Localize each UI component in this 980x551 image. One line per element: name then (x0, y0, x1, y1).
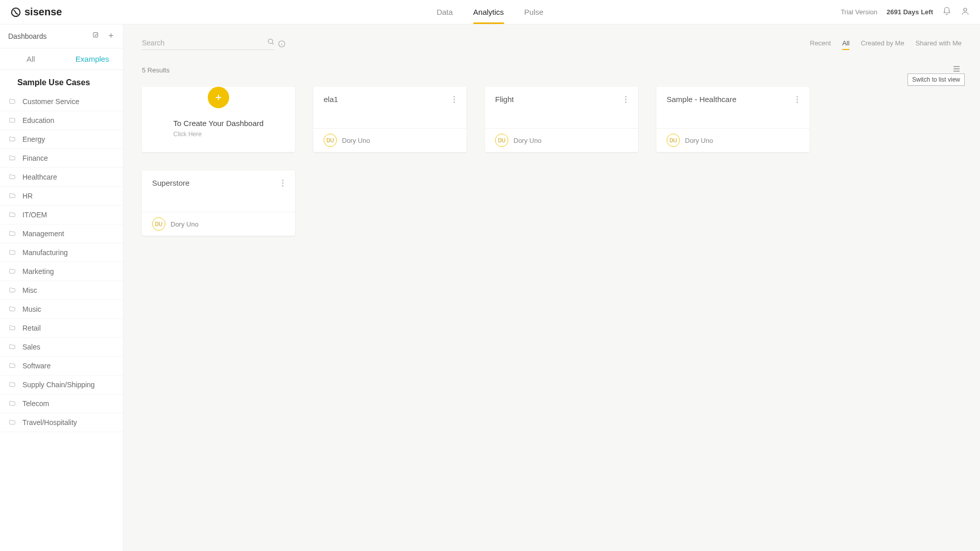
search-icon[interactable] (267, 38, 275, 47)
dashboard-card[interactable]: ela1DUDory Uno (313, 87, 467, 152)
search-input[interactable] (142, 39, 262, 47)
folder-icon (8, 230, 16, 237)
owner-avatar: DU (495, 134, 508, 147)
owner-avatar: DU (667, 134, 680, 147)
folder-icon (8, 306, 16, 313)
owner-name: Dory Uno (170, 220, 199, 228)
svg-point-10 (625, 102, 627, 103)
brand-logo-icon (10, 7, 21, 18)
owner-avatar: DU (152, 217, 165, 231)
sidebar-folder-item[interactable]: Customer Service (0, 92, 123, 111)
owner-name: Dory Uno (685, 137, 713, 144)
folder-icon (8, 98, 16, 105)
card-menu-icon[interactable] (624, 95, 628, 106)
sidebar-folder-item[interactable]: Sales (0, 338, 123, 357)
folder-icon (8, 362, 16, 369)
folder-icon (8, 192, 16, 199)
svg-point-11 (797, 96, 798, 97)
top-nav-pulse[interactable]: Pulse (524, 0, 544, 24)
sidebar-section-title: Sample Use Cases (0, 70, 123, 92)
sidebar-folder-item[interactable]: Healthcare (0, 168, 123, 187)
brand-logo[interactable]: sisense (10, 6, 62, 18)
folder-icon (8, 117, 16, 124)
filter-created-by-me[interactable]: Created by Me (861, 39, 904, 49)
brand-name: sisense (24, 6, 62, 18)
sidebar-folder-item[interactable]: Manufacturing (0, 243, 123, 262)
owner-name: Dory Uno (513, 137, 542, 144)
multi-select-icon[interactable] (92, 32, 100, 41)
sidebar-folder-item[interactable]: Software (0, 357, 123, 375)
folder-label: Marketing (22, 267, 54, 276)
folder-icon (8, 324, 16, 332)
folder-icon (8, 155, 16, 162)
sidebar-header: Dashboards (0, 24, 123, 48)
add-dashboard-icon[interactable] (107, 32, 115, 41)
svg-point-16 (282, 185, 284, 187)
sidebar-tab-all[interactable]: All (0, 48, 62, 69)
filter-recent[interactable]: Recent (810, 39, 831, 49)
sidebar-folder-item[interactable]: Finance (0, 149, 123, 168)
card-menu-icon[interactable] (795, 95, 799, 106)
user-icon[interactable] (961, 7, 970, 17)
folder-icon (8, 136, 16, 143)
filter-all[interactable]: All (842, 39, 849, 49)
results-row: 5 Results Switch to list view (142, 64, 962, 76)
folder-label: Finance (22, 154, 48, 162)
card-menu-icon[interactable] (452, 95, 456, 106)
filter-shared-with-me[interactable]: Shared with Me (916, 39, 962, 49)
folder-icon (8, 400, 16, 407)
card-menu-icon[interactable] (281, 179, 285, 190)
folder-icon (8, 249, 16, 256)
svg-point-15 (282, 183, 284, 184)
svg-point-3 (268, 39, 273, 44)
dashboard-card-title: Flight (495, 95, 514, 104)
sidebar-folder-item[interactable]: IT/OEM (0, 206, 123, 224)
folder-label: Management (22, 230, 64, 238)
filters: Recent All Created by Me Shared with Me (810, 39, 962, 49)
sidebar-folder-item[interactable]: Supply Chain/Shipping (0, 375, 123, 394)
sidebar-folder-item[interactable]: Travel/Hospitality (0, 413, 123, 432)
folder-icon (8, 268, 16, 275)
info-icon[interactable] (278, 40, 286, 48)
sidebar-folder-item[interactable]: HR (0, 187, 123, 206)
folder-label: Supply Chain/Shipping (22, 381, 95, 389)
sidebar-tab-examples[interactable]: Examples (62, 48, 124, 69)
dashboard-card-title: ela1 (324, 95, 338, 104)
sidebar: Dashboards All Examples Sample Use Cases… (0, 24, 124, 551)
svg-point-1 (964, 8, 967, 11)
trial-label: Trial Version (841, 8, 877, 16)
folder-label: Energy (22, 135, 45, 143)
dashboard-card[interactable]: SuperstoreDUDory Uno (142, 170, 295, 236)
sidebar-folder-item[interactable]: Misc (0, 281, 123, 300)
plus-icon (208, 87, 229, 108)
sidebar-folder-item[interactable]: Music (0, 300, 123, 319)
owner-name: Dory Uno (342, 137, 370, 144)
dashboard-card[interactable]: Sample - HealthcareDUDory Uno (656, 87, 810, 152)
sidebar-folder-item[interactable]: Retail (0, 319, 123, 338)
folder-label: Music (22, 305, 41, 313)
folder-label: Sales (22, 343, 40, 351)
dashboard-card-title: Superstore (152, 179, 189, 187)
sidebar-folder-item[interactable]: Marketing (0, 262, 123, 281)
top-nav-data[interactable]: Data (436, 0, 453, 24)
view-toggle-list-icon[interactable]: Switch to list view (951, 64, 962, 76)
folder-icon (8, 211, 16, 218)
folder-label: IT/OEM (22, 211, 47, 219)
dashboard-card[interactable]: FlightDUDory Uno (485, 87, 638, 152)
folder-label: Healthcare (22, 173, 57, 181)
sidebar-folder-item[interactable]: Management (0, 224, 123, 243)
sidebar-folder-item[interactable]: Energy (0, 130, 123, 149)
bell-icon[interactable] (942, 7, 951, 17)
create-dashboard-card[interactable]: To Create Your Dashboard Click Here (142, 87, 295, 152)
sidebar-folder-item[interactable]: Education (0, 111, 123, 130)
trial-days-left: 2691 Days Left (887, 8, 933, 16)
search-box[interactable] (142, 38, 275, 50)
svg-point-8 (625, 96, 627, 97)
folder-label: Retail (22, 324, 41, 332)
sidebar-title: Dashboards (8, 32, 47, 40)
folder-icon (8, 173, 16, 181)
sidebar-folder-item[interactable]: Telecom (0, 394, 123, 413)
folder-icon (8, 343, 16, 350)
topbar: sisense Data Analytics Pulse Trial Versi… (0, 0, 980, 24)
create-card-title: To Create Your Dashboard (174, 118, 264, 129)
